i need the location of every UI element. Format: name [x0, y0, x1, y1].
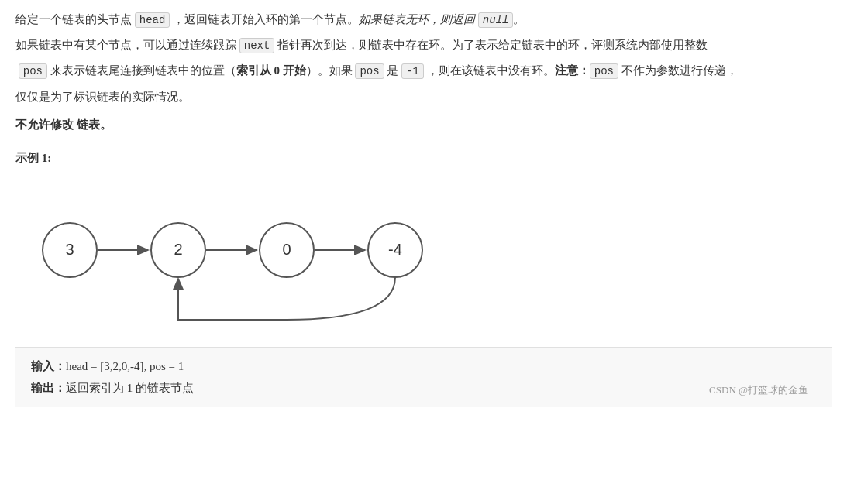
desc-line1-italic: 如果链表无环，则返回: [359, 13, 478, 26]
diagram-container: 3 2 0 -4: [23, 177, 550, 339]
pos-code2: pos: [355, 63, 384, 79]
desc-line1: 给定一个链表的头节点 head ，返回链表开始入环的第一个节点。如果链表无环，则…: [15, 9, 832, 30]
input-line: 输入：head = [3,2,0,-4], pos = 1: [31, 355, 816, 378]
desc-line2: 如果链表中有某个节点，可以通过连续跟踪 next 指针再次到达，则链表中存在环。…: [15, 35, 832, 56]
desc-line3-mid4: ，则在该链表中没有环。: [424, 64, 555, 77]
not-allow-bold: 不允许修改: [15, 118, 74, 131]
pos-code3: pos: [590, 63, 618, 79]
desc-line3-mid: 来表示链表尾连接到链表中的位置（: [47, 64, 236, 77]
desc-line3-end: 不作为参数进行传递，: [618, 64, 738, 77]
not-allow-rest: 链表。: [74, 118, 112, 131]
neg1-code: -1: [401, 63, 424, 79]
desc-line2-mid: 指针再次到达，则链表中存在环。为了表示给定链表中的环，评测系统内部使用整数: [274, 39, 708, 51]
head-code: head: [135, 12, 170, 28]
desc-line3-bold2: 注意：: [555, 64, 590, 77]
output-label: 输出：: [31, 382, 66, 394]
output-line: 输出：返回索引为 1 的链表节点: [31, 377, 816, 399]
svg-text:3: 3: [65, 241, 74, 258]
desc-line3-mid3: 是: [384, 64, 402, 77]
svg-text:2: 2: [174, 241, 182, 258]
desc-line4-text: 仅仅是为了标识链表的实际情况。: [15, 91, 190, 103]
desc-line3-mid2: ）。如果: [306, 64, 356, 77]
desc-line3: pos 来表示链表尾连接到链表中的位置（索引从 0 开始）。如果 pos 是 -…: [15, 60, 832, 81]
desc-line3-bold1: 索引从 0 开始: [236, 64, 306, 77]
svg-text:-4: -4: [388, 241, 402, 258]
description-block: 给定一个链表的头节点 head ，返回链表开始入环的第一个节点。如果链表无环，则…: [15, 9, 832, 108]
desc-line2-text: 如果链表中有某个节点，可以通过连续跟踪: [15, 39, 239, 51]
input-label: 输入：: [31, 360, 66, 372]
null-code: null: [478, 12, 514, 28]
not-allow-modify: 不允许修改 链表。: [15, 115, 832, 135]
desc-line1-prefix: 给定一个链表的头节点: [15, 13, 135, 26]
output-value: 返回索引为 1 的链表节点: [66, 382, 194, 394]
example-title: 示例 1:: [15, 149, 832, 169]
desc-line1-suffix: ，返回链表开始入环的第一个节点。: [170, 13, 359, 26]
io-section: 输入：head = [3,2,0,-4], pos = 1 输出：返回索引为 1…: [15, 347, 832, 407]
svg-text:0: 0: [282, 241, 291, 258]
next-code: next: [239, 38, 275, 53]
desc-line4: 仅仅是为了标识链表的实际情况。: [15, 87, 832, 108]
desc-line1-italic-end: 。: [513, 13, 525, 26]
input-value: head = [3,2,0,-4], pos = 1: [66, 360, 184, 372]
diagram-svg: 3 2 0 -4: [23, 177, 550, 339]
pos-code1: pos: [19, 63, 47, 79]
csdn-watermark: CSDN @打篮球的金鱼: [709, 382, 808, 399]
